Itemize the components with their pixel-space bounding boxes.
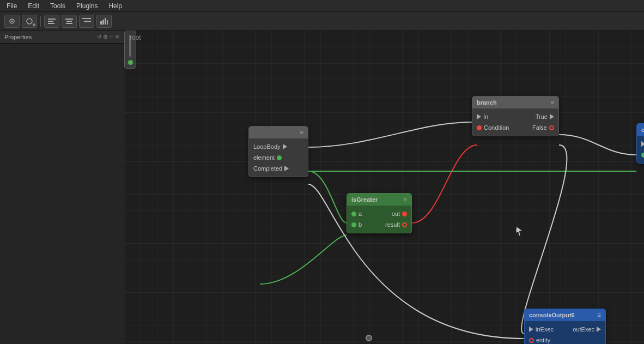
svg-rect-9: [82, 18, 91, 19]
node-console-output6-row-inexec: inExec outExec: [525, 324, 605, 335]
canvas-area[interactable]: root branch ≡: [124, 31, 644, 344]
camera-button[interactable]: [4, 15, 20, 28]
node-isgreater-title: isGreater: [351, 196, 378, 203]
port-loop-completed-label: Completed: [253, 165, 282, 172]
node-console-output6-body: inExec outExec entity: [525, 321, 605, 344]
node-console-output6[interactable]: consoleOutput6 ≡ inExec outExec: [524, 309, 606, 344]
connections-svg: [124, 31, 644, 344]
port-console-entity-dot: [641, 153, 644, 158]
connection-dot-bottom: [366, 335, 372, 341]
node-isgreater[interactable]: isGreater ≡ a out b: [347, 193, 412, 233]
port-isgreater-result-dot: [402, 222, 407, 227]
menu-plugins[interactable]: Plugins: [74, 2, 100, 10]
node-console-output6-title: consoleOutput6: [529, 312, 575, 318]
node-console-output-header: consoleOutput ≡: [637, 124, 644, 136]
svg-rect-14: [107, 20, 108, 25]
port-branch-condition-dot: [477, 125, 482, 130]
port-console6-entity-label: entity: [536, 337, 550, 343]
port-isgreater-a-label: a: [359, 210, 362, 217]
port-loop-completed-triangle: [284, 166, 289, 171]
menubar: File Edit Tools Plugins Help: [0, 0, 644, 12]
svg-rect-13: [105, 18, 106, 25]
port-branch-true-label: True: [536, 113, 548, 120]
properties-title: Properties: [4, 34, 32, 40]
node-isgreater-header: isGreater ≡: [347, 194, 411, 206]
node-console-output-title: consoleOutput: [641, 126, 644, 133]
node-console-output[interactable]: consoleOutput ≡ inExec outExec: [636, 123, 644, 164]
node-branch-body: In True Condition False: [472, 108, 558, 136]
menu-help[interactable]: Help: [106, 2, 124, 10]
node-branch-title: branch: [477, 99, 497, 106]
svg-rect-4: [48, 21, 53, 22]
align-center-button[interactable]: [62, 15, 77, 28]
node-loop-body: LoopBody element Completed: [249, 138, 308, 177]
port-console-inexec-triangle: [641, 141, 644, 147]
svg-rect-5: [48, 23, 54, 24]
node-loop-menu[interactable]: ≡: [300, 129, 303, 136]
port-console6-inexec-label: inExec: [536, 326, 554, 333]
svg-rect-10: [84, 21, 91, 22]
node-console-output6-row-entity: entity: [525, 335, 605, 344]
properties-refresh-icon[interactable]: ↺: [97, 34, 101, 40]
align-right-button[interactable]: [79, 15, 94, 28]
port-isgreater-out-label: out: [392, 210, 400, 217]
port-branch-condition-label: Condition: [484, 124, 509, 131]
node-loop-row-completed: Completed: [249, 163, 308, 174]
properties-header: Properties ↺ ⚙ ─ ✕: [0, 31, 124, 44]
node-console-output-row-entity: entity: [637, 149, 644, 160]
chart-button[interactable]: [96, 15, 112, 28]
node-isgreater-menu[interactable]: ≡: [403, 196, 407, 203]
port-isgreater-result-label: result: [385, 221, 400, 228]
svg-rect-6: [65, 19, 73, 20]
menu-edit[interactable]: Edit: [26, 2, 41, 10]
node-branch-row-in: In True: [472, 111, 558, 122]
node-branch-header: branch ≡: [472, 96, 558, 108]
port-loop-loopbody-label: LoopBody: [253, 143, 281, 150]
node-isgreater-row-a: a out: [347, 208, 411, 219]
node-console-output6-menu[interactable]: ≡: [597, 311, 601, 319]
port-loop-element-dot: [277, 155, 282, 160]
port-isgreater-b-dot: [351, 222, 356, 227]
node-loop-row-loopbody: LoopBody: [249, 141, 308, 152]
svg-rect-11: [100, 21, 102, 25]
svg-rect-8: [66, 23, 72, 24]
toolbar-separator-1: [40, 16, 41, 27]
node-loop-row-element: element: [249, 152, 308, 163]
breadcrumb: root: [130, 34, 141, 41]
port-isgreater-b-label: b: [359, 221, 362, 228]
record-button[interactable]: [22, 15, 37, 28]
svg-rect-7: [66, 21, 72, 22]
port-loop-element-label: element: [253, 154, 275, 161]
toolbar: [0, 12, 644, 31]
svg-point-2: [27, 19, 32, 24]
properties-settings-icon[interactable]: ⚙: [103, 34, 108, 40]
port-branch-false-dot: [549, 125, 554, 130]
port-branch-false-label: False: [532, 124, 547, 131]
node-loop-header: ≡: [249, 126, 308, 138]
node-console-output-row-inexec: inExec outExec: [637, 138, 644, 149]
align-left-button[interactable]: [44, 15, 59, 28]
node-branch-menu[interactable]: ≡: [550, 99, 554, 106]
node-console-output-body: inExec outExec entity: [637, 136, 644, 163]
node-loop[interactable]: ≡ LoopBody element Compl: [248, 126, 308, 177]
properties-panel: Properties ↺ ⚙ ─ ✕: [0, 31, 124, 344]
node-isgreater-body: a out b result: [347, 206, 411, 233]
svg-rect-3: [48, 19, 56, 20]
port-console6-outexec-label: outExec: [573, 326, 594, 333]
node-console-output6-header: consoleOutput6 ≡: [525, 309, 605, 321]
node-branch[interactable]: branch ≡ In True Cond: [472, 96, 559, 136]
svg-point-1: [11, 20, 13, 22]
port-branch-in-triangle: [477, 114, 481, 119]
menu-tools[interactable]: Tools: [48, 2, 68, 10]
port-branch-in-label: In: [483, 113, 488, 120]
properties-close-icon[interactable]: ✕: [115, 34, 119, 40]
node-isgreater-row-b: b result: [347, 219, 411, 230]
port-console6-inexec-triangle: [529, 327, 533, 332]
port-console6-entity-dot: [529, 338, 534, 343]
svg-rect-12: [102, 20, 104, 25]
port-isgreater-a-dot: [351, 212, 356, 216]
port-isgreater-out-dot: [402, 212, 407, 216]
port-branch-true-triangle: [550, 114, 554, 119]
menu-file[interactable]: File: [4, 2, 19, 10]
properties-minimize-icon[interactable]: ─: [110, 34, 113, 40]
